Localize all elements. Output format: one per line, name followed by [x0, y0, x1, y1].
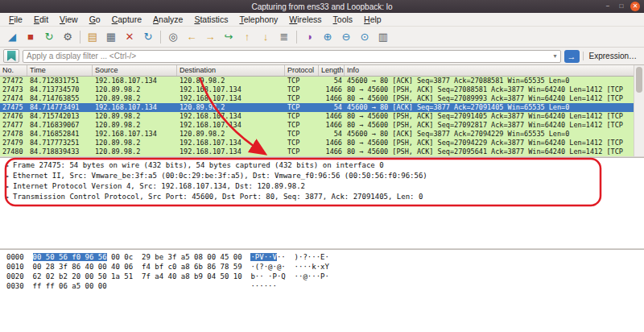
- cell-time: 84.714773491: [27, 103, 93, 112]
- expand-arrow-icon[interactable]: ▸: [2, 181, 13, 192]
- menu-edit[interactable]: Edit: [28, 14, 54, 25]
- expand-arrow-icon[interactable]: ▸: [2, 171, 13, 181]
- packet-row-27476[interactable]: 2747684.715742013120.89.98.2192.168.107.…: [0, 112, 634, 121]
- cell-info: 45600 → 80 [ACK] Seq=3877 Ack=27094229 W…: [345, 130, 634, 139]
- packet-row-27474[interactable]: 2747484.714763855120.89.98.2192.168.107.…: [0, 94, 634, 103]
- hex-dump-pane: 000000 50 56 f0 96 56 00 0c 29 be 3f a5 …: [0, 250, 644, 330]
- chevron-down-icon[interactable]: ▾: [551, 52, 560, 60]
- packet-row-27479[interactable]: 2747984.717773251120.89.98.2192.168.107.…: [0, 139, 634, 147]
- save-icon: ▦: [106, 31, 116, 42]
- save-capture-button[interactable]: ▦: [102, 28, 120, 46]
- first-packet-button[interactable]: ↑: [238, 28, 256, 46]
- apply-filter-button[interactable]: →: [564, 50, 580, 63]
- column-header-info[interactable]: Info: [345, 65, 634, 76]
- cell-no: 27473: [0, 85, 27, 94]
- packet-row-27475[interactable]: 2747584.714773491192.168.107.134120.89.9…: [0, 103, 634, 112]
- menu-view[interactable]: View: [54, 14, 84, 25]
- column-header-length[interactable]: Length: [319, 65, 345, 76]
- up-arrow-icon: ↑: [245, 31, 250, 42]
- hex-row-0000[interactable]: 000000 50 56 f0 96 56 00 0c 29 be 3f a5 …: [6, 252, 644, 262]
- hex-row-0010[interactable]: 001000 28 3f 86 40 00 40 06 f4 bf c0 a8 …: [6, 262, 644, 272]
- packet-row-27480[interactable]: 2748084.718839433120.89.98.2192.168.107.…: [0, 147, 634, 156]
- column-header-source[interactable]: Source: [93, 65, 177, 76]
- cell-no: 27480: [0, 147, 27, 156]
- packet-row-27472[interactable]: 2747284.712831751192.168.107.134120.89.9…: [0, 77, 634, 85]
- hex-row-0020[interactable]: 002062 02 b2 20 00 50 1a 51 7f a4 40 a8 …: [6, 272, 644, 281]
- hex-row-0030[interactable]: 0030ff ff 06 a5 00 00······: [6, 281, 644, 291]
- hex-bytes: 62 02 b2 20 00 50 1a 51 7f a4 40 a8 b9 0…: [33, 272, 251, 281]
- cell-no: 27475: [0, 103, 27, 112]
- cell-protocol: TCP: [285, 121, 319, 130]
- filter-bookmark-button[interactable]: [3, 49, 19, 63]
- menu-tools[interactable]: Tools: [328, 14, 359, 25]
- scrollbar-thumb[interactable]: [636, 67, 642, 93]
- expand-arrow-icon[interactable]: ▸: [2, 160, 13, 171]
- cell-source: 120.89.98.2: [93, 94, 177, 103]
- reload-capture-button[interactable]: ↻: [139, 28, 157, 46]
- menu-help[interactable]: Help: [358, 14, 387, 25]
- next-packet-button[interactable]: →: [201, 28, 219, 46]
- cell-protocol: TCP: [285, 112, 319, 121]
- reload-arrow-icon: ↻: [144, 31, 153, 42]
- packet-row-27477[interactable]: 2747784.716839067120.89.98.2192.168.107.…: [0, 121, 634, 130]
- menu-bar: FileEditViewGoCaptureAnalyzeStatisticsTe…: [0, 13, 644, 27]
- filter-bar: ▾ → Expression…: [0, 48, 644, 65]
- open-capture-button[interactable]: ▤: [84, 28, 101, 46]
- detail-line-2[interactable]: ▸Internet Protocol Version 4, Src: 192.1…: [2, 181, 644, 192]
- maximize-button[interactable]: □: [617, 2, 626, 11]
- packet-row-27478[interactable]: 2747884.716852841192.168.107.134120.89.9…: [0, 130, 634, 139]
- colorize-button[interactable]: ◑: [300, 28, 318, 46]
- close-capture-button[interactable]: ✕: [121, 28, 138, 46]
- menu-go[interactable]: Go: [84, 14, 106, 25]
- packet-row-27473[interactable]: 2747384.713734570120.89.98.2192.168.107.…: [0, 85, 634, 94]
- stop-square-icon: ■: [27, 31, 34, 42]
- expression-button[interactable]: Expression…: [583, 52, 641, 60]
- cell-time: 84.717773251: [27, 139, 93, 147]
- zoom-100-button[interactable]: ⊙: [356, 28, 374, 46]
- detail-line-0[interactable]: ▸Frame 27475: 54 bytes on wire (432 bits…: [2, 160, 644, 171]
- column-header-no[interactable]: No.: [0, 65, 27, 76]
- auto-scroll-button[interactable]: ≣: [275, 28, 293, 46]
- resize-columns-button[interactable]: ▥: [374, 28, 392, 46]
- hex-ascii: b·· ·P·Q ··@···P·: [250, 272, 329, 280]
- column-header-time[interactable]: Time: [27, 65, 93, 76]
- menu-capture[interactable]: Capture: [106, 14, 147, 25]
- detail-line-1[interactable]: ▸Ethernet II, Src: Vmware_be:3f:a5 (00:0…: [2, 171, 644, 181]
- zoom-out-button[interactable]: ⊖: [337, 28, 355, 46]
- detail-line-3[interactable]: ▸Transmission Control Protocol, Src Port…: [2, 192, 644, 202]
- display-filter-input[interactable]: [23, 52, 551, 60]
- previous-packet-button[interactable]: ←: [183, 28, 200, 46]
- cell-info: 45600 → 80 [ACK] Seq=3877 Ack=27088581 W…: [345, 77, 634, 85]
- cell-destination: 192.168.107.134: [177, 139, 285, 147]
- cell-time: 84.713734570: [27, 85, 93, 94]
- capture-options-button[interactable]: ⚙: [59, 28, 76, 46]
- cell-source: 120.89.98.2: [93, 121, 177, 130]
- zoom-in-button[interactable]: ⊕: [319, 28, 336, 46]
- menu-file[interactable]: File: [3, 14, 28, 25]
- magnifier-icon: ◎: [168, 31, 177, 42]
- start-capture-button[interactable]: ◢: [3, 28, 21, 46]
- find-packet-button[interactable]: ◎: [164, 28, 182, 46]
- title-bar[interactable]: Capturing from ens33 and Loopback: lo −□…: [0, 0, 644, 13]
- cell-length: 1466: [319, 147, 345, 156]
- menu-wireless[interactable]: Wireless: [283, 14, 327, 25]
- menu-analyze[interactable]: Analyze: [147, 14, 188, 25]
- packet-list-scrollbar[interactable]: [634, 65, 644, 156]
- goto-packet-button[interactable]: ↪: [220, 28, 237, 46]
- stop-capture-button[interactable]: ■: [22, 28, 39, 46]
- column-header-destination[interactable]: Destination: [177, 65, 285, 76]
- back-arrow-icon: ←: [187, 31, 197, 42]
- zoom-reset-icon: ⊙: [361, 31, 369, 42]
- expand-arrow-icon[interactable]: ▸: [2, 192, 13, 202]
- menu-statistics[interactable]: Statistics: [188, 14, 233, 25]
- cell-no: 27477: [0, 121, 27, 130]
- hex-bytes: ff ff 06 a5 00 00: [33, 281, 251, 291]
- column-header-protocol[interactable]: Protocol: [285, 65, 319, 76]
- cell-protocol: TCP: [285, 94, 319, 103]
- close-button[interactable]: ✕: [630, 2, 640, 11]
- minimize-button[interactable]: −: [603, 2, 613, 11]
- menu-telephony[interactable]: Telephony: [233, 14, 283, 25]
- packet-list: No.TimeSourceDestinationProtocolLengthIn…: [0, 65, 644, 156]
- last-packet-button[interactable]: ↓: [257, 28, 275, 46]
- restart-capture-button[interactable]: ↻: [40, 28, 58, 46]
